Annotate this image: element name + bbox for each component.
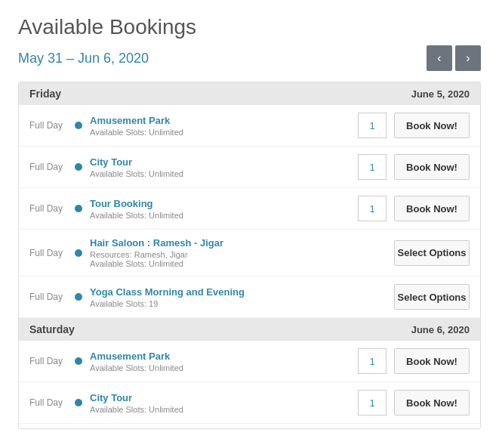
- nav-buttons: ‹ ›: [427, 45, 481, 71]
- status-dot-icon: [75, 122, 82, 129]
- booking-name: Tour Booking: [90, 198, 358, 209]
- time-label: Full Day: [29, 203, 75, 214]
- time-label: Full Day: [29, 162, 75, 172]
- time-label: Full Day: [29, 248, 75, 258]
- day-date: June 5, 2020: [411, 88, 470, 100]
- booking-sub1: Available Slots: Unlimited: [90, 169, 358, 178]
- booking-info: Yoga Class Morning and EveningAvailable …: [90, 286, 394, 308]
- time-label: Full Day: [29, 120, 75, 131]
- time-label: Full Day: [29, 292, 75, 302]
- booking-name: Amusement Park: [90, 351, 358, 362]
- quantity-field[interactable]: 1: [358, 196, 387, 221]
- status-dot-icon: [75, 357, 82, 365]
- booking-name: City Tour: [90, 392, 358, 403]
- book-now-button[interactable]: Book Now!: [394, 348, 470, 374]
- day-date: June 6, 2020: [411, 324, 470, 335]
- quantity-field[interactable]: 1: [358, 113, 387, 138]
- select-options-button[interactable]: Select Options: [394, 240, 470, 266]
- prev-button[interactable]: ‹: [427, 45, 452, 71]
- table-row: Full DayCity TourAvailable Slots: Unlimi…: [19, 382, 480, 424]
- booking-info: Amusement ParkAvailable Slots: Unlimited: [90, 351, 358, 372]
- booking-info: City TourAvailable Slots: Unlimited: [90, 156, 358, 178]
- select-options-button[interactable]: Select Options: [394, 284, 470, 310]
- bookings-container: FridayJune 5, 2020Full DayAmusement Park…: [18, 82, 481, 429]
- book-now-button[interactable]: Book Now!: [394, 154, 470, 180]
- booking-sub1: Resources: Ramesh, Jigar: [90, 250, 394, 259]
- table-row: Full DayHair Saloon : Ramesh - JigarReso…: [19, 230, 480, 277]
- quantity-field[interactable]: 1: [358, 390, 387, 416]
- next-button[interactable]: ›: [455, 45, 481, 71]
- booking-info: City TourAvailable Slots: Unlimited: [90, 392, 358, 414]
- table-row: Full DayYoga Class Morning and EveningAv…: [19, 277, 480, 318]
- table-row: Full DayCity TourAvailable Slots: Unlimi…: [19, 147, 480, 188]
- day-name: Saturday: [29, 323, 75, 335]
- booking-info: Amusement ParkAvailable Slots: Unlimited: [90, 115, 358, 137]
- day-header-0: FridayJune 5, 2020: [19, 82, 480, 105]
- booking-sub1: Available Slots: 19: [90, 299, 394, 308]
- table-row: Full DayAmusement ParkAvailable Slots: U…: [19, 105, 480, 147]
- book-now-button[interactable]: Book Now!: [394, 196, 470, 221]
- time-label: Full Day: [29, 397, 75, 408]
- booking-name: Amusement Park: [90, 115, 358, 126]
- booking-name: Yoga Class Morning and Evening: [90, 286, 394, 298]
- booking-info: Tour BookingAvailable Slots: Unlimited: [90, 198, 358, 220]
- booking-sub1: Available Slots: Unlimited: [90, 211, 358, 220]
- date-range-label: May 31 – Jun 6, 2020: [18, 51, 149, 66]
- time-label: Full Day: [29, 356, 75, 366]
- status-dot-icon: [75, 249, 82, 257]
- quantity-field[interactable]: 1: [358, 348, 387, 374]
- booking-sub1: Available Slots: Unlimited: [90, 405, 358, 414]
- table-row: Full DayTour BookingAvailable Slots: Unl…: [19, 188, 480, 230]
- book-now-button[interactable]: Book Now!: [394, 113, 470, 138]
- quantity-field[interactable]: 1: [358, 154, 387, 180]
- booking-sub1: Available Slots: Unlimited: [90, 128, 358, 137]
- booking-sub1: Available Slots: Unlimited: [90, 363, 358, 372]
- book-now-button[interactable]: Book Now!: [394, 390, 470, 416]
- booking-info: Hair Saloon : Ramesh - JigarResources: R…: [90, 237, 394, 268]
- page-title: Available Bookings: [18, 15, 481, 39]
- day-header-1: SaturdayJune 6, 2020: [19, 318, 480, 341]
- status-dot-icon: [75, 293, 82, 301]
- day-name: Friday: [29, 88, 61, 100]
- table-row: Full DayTour BookingAvailable Slots: Unl…: [19, 424, 480, 429]
- status-dot-icon: [75, 163, 82, 171]
- booking-sub2: Available Slots: Unlimited: [90, 259, 394, 268]
- table-row: Full DayAmusement ParkAvailable Slots: U…: [19, 341, 480, 382]
- date-range-bar: May 31 – Jun 6, 2020 ‹ ›: [18, 45, 481, 71]
- status-dot-icon: [75, 399, 82, 406]
- booking-name: Hair Saloon : Ramesh - Jigar: [90, 237, 394, 249]
- booking-name: City Tour: [90, 156, 358, 168]
- status-dot-icon: [75, 205, 82, 212]
